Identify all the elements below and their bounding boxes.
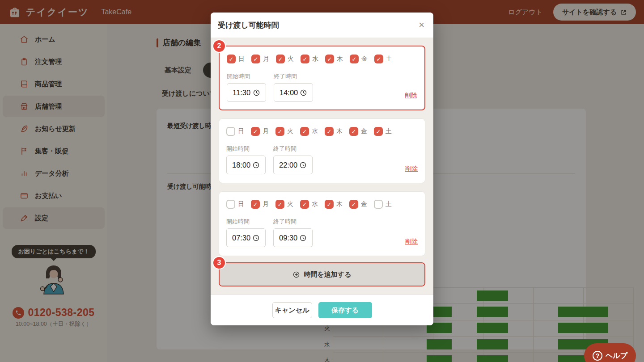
add-time-button[interactable]: 時間を追加する	[220, 263, 424, 286]
modal-title: 受け渡し可能時間	[218, 20, 279, 30]
checkbox-icon[interactable]: ✓	[276, 55, 285, 63]
checkbox-icon[interactable]: ✓	[325, 200, 334, 209]
delete-slot-link[interactable]: 削除	[405, 92, 417, 100]
day-checkbox-月[interactable]: ✓月	[251, 55, 269, 63]
day-label: 木	[336, 200, 343, 208]
pickup-time-modal: 受け渡し可能時間 × 2✓日✓月✓火✓水✓木✓金✓土開始時間終了時間11:301…	[211, 13, 433, 325]
day-checkbox-金[interactable]: ✓金	[350, 55, 368, 63]
checkbox-icon[interactable]: ✓	[251, 200, 260, 209]
day-checkbox-金[interactable]: ✓金	[349, 127, 367, 136]
start-time-label: 開始時間	[226, 145, 266, 153]
checkbox-icon[interactable]: ✓	[301, 55, 309, 63]
day-label: 日	[238, 55, 245, 63]
day-checkbox-row: 日✓月✓火✓水✓木✓金土	[226, 200, 418, 209]
day-label: 月	[263, 127, 269, 135]
day-label: 金	[361, 55, 368, 63]
day-label: 月	[263, 55, 269, 63]
annotation-badge: 3	[212, 256, 226, 269]
time-slot-card: 日✓月✓火✓水✓木✓金土開始時間終了時間07:3009:30削除	[219, 191, 425, 256]
add-time-annotated-wrap: 3時間を追加する	[219, 262, 425, 286]
cancel-button[interactable]: キャンセル	[272, 302, 312, 318]
question-icon: ?	[593, 351, 602, 361]
day-checkbox-木[interactable]: ✓木	[325, 127, 343, 136]
day-checkbox-row: ✓日✓月✓火✓水✓木✓金✓土	[227, 55, 417, 63]
end-time-label: 終了時間	[273, 145, 313, 153]
day-checkbox-水[interactable]: ✓水	[300, 200, 318, 209]
day-checkbox-火[interactable]: ✓火	[275, 200, 293, 209]
start-time-label: 開始時間	[227, 72, 266, 80]
checkbox-icon[interactable]: ✓	[349, 127, 358, 136]
clock-icon	[299, 161, 307, 169]
day-checkbox-月[interactable]: ✓月	[251, 200, 269, 209]
day-checkbox-木[interactable]: ✓木	[325, 200, 343, 209]
day-checkbox-木[interactable]: ✓木	[325, 55, 343, 63]
checkbox-icon[interactable]: ✓	[227, 55, 236, 63]
day-checkbox-row: 日✓月✓火✓水✓木✓金✓土	[226, 127, 418, 136]
end-time-input[interactable]: 14:00	[274, 83, 313, 102]
checkbox-icon[interactable]: ✓	[374, 127, 383, 136]
day-checkbox-火[interactable]: ✓火	[276, 55, 294, 63]
delete-slot-link[interactable]: 削除	[405, 165, 418, 173]
day-checkbox-水[interactable]: ✓水	[300, 127, 318, 136]
checkbox-icon[interactable]: ✓	[374, 55, 383, 63]
day-label: 火	[288, 55, 294, 63]
start-time-label: 開始時間	[226, 218, 266, 226]
close-icon[interactable]: ×	[417, 18, 426, 32]
checkbox-icon[interactable]: ✓	[251, 127, 260, 136]
end-time-label: 終了時間	[274, 72, 313, 80]
day-checkbox-日[interactable]: 日	[226, 200, 244, 209]
end-time-input[interactable]: 22:00	[273, 156, 313, 174]
end-time-input[interactable]: 09:30	[273, 228, 313, 247]
checkbox-icon[interactable]	[374, 200, 383, 209]
time-slot-card: 日✓月✓火✓水✓木✓金✓土開始時間終了時間18:0022:00削除	[219, 118, 425, 183]
checkbox-icon[interactable]: ✓	[275, 200, 284, 209]
clock-icon	[299, 234, 307, 242]
day-checkbox-土[interactable]: ✓土	[374, 55, 392, 63]
day-label: 水	[312, 55, 318, 63]
day-checkbox-土[interactable]: 土	[374, 200, 392, 209]
clock-icon	[252, 161, 260, 169]
save-button[interactable]: 保存する	[318, 302, 372, 318]
checkbox-icon[interactable]: ✓	[300, 127, 309, 136]
day-label: 月	[263, 200, 269, 208]
day-checkbox-土[interactable]: ✓土	[374, 127, 392, 136]
day-label: 日	[238, 200, 244, 208]
checkbox-icon[interactable]	[226, 200, 235, 209]
checkbox-icon[interactable]: ✓	[325, 55, 334, 63]
day-checkbox-日[interactable]: 日	[226, 127, 244, 136]
clock-icon	[252, 234, 260, 242]
day-label: 水	[312, 200, 318, 208]
day-checkbox-水[interactable]: ✓水	[301, 55, 318, 63]
end-time-label: 終了時間	[273, 218, 313, 226]
day-checkbox-火[interactable]: ✓火	[275, 127, 293, 136]
checkbox-icon[interactable]: ✓	[349, 200, 358, 209]
day-label: 土	[386, 200, 392, 208]
day-label: 金	[361, 127, 367, 135]
plus-circle-icon	[292, 271, 300, 278]
day-checkbox-月[interactable]: ✓月	[251, 127, 269, 136]
delete-slot-link[interactable]: 削除	[405, 238, 418, 246]
checkbox-icon[interactable]: ✓	[325, 127, 334, 136]
checkbox-icon[interactable]: ✓	[350, 55, 359, 63]
day-label: 土	[386, 55, 392, 63]
annotation-badge: 2	[212, 39, 226, 53]
start-time-input[interactable]: 11:30	[227, 83, 266, 102]
day-label: 火	[287, 200, 293, 208]
day-label: 木	[336, 127, 343, 135]
day-checkbox-日[interactable]: ✓日	[227, 55, 245, 63]
day-label: 金	[361, 200, 367, 208]
checkbox-icon[interactable]: ✓	[251, 55, 260, 63]
time-slot-card: 2✓日✓月✓火✓水✓木✓金✓土開始時間終了時間11:3014:00削除	[219, 46, 425, 110]
help-button[interactable]: ? ヘルプ	[584, 343, 636, 362]
checkbox-icon[interactable]: ✓	[275, 127, 284, 136]
start-time-input[interactable]: 07:30	[226, 228, 266, 247]
clock-icon	[253, 89, 260, 97]
day-label: 木	[337, 55, 343, 63]
clock-icon	[300, 89, 307, 97]
day-label: 火	[287, 127, 293, 135]
day-label: 日	[238, 127, 244, 135]
day-checkbox-金[interactable]: ✓金	[349, 200, 367, 209]
checkbox-icon[interactable]	[226, 127, 235, 136]
start-time-input[interactable]: 18:00	[226, 156, 266, 174]
checkbox-icon[interactable]: ✓	[300, 200, 309, 209]
